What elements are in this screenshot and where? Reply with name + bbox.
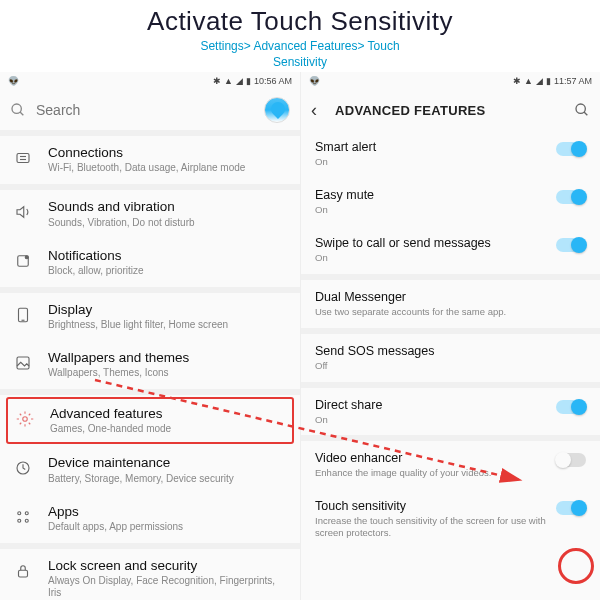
row-notifications[interactable]: NotificationsBlock, allow, prioritize [0, 239, 300, 287]
svg-point-0 [12, 104, 21, 113]
page-title: Activate Touch Sensitivity [0, 6, 600, 37]
row-connections[interactable]: ConnectionsWi-Fi, Bluetooth, Data usage,… [0, 136, 300, 184]
svg-point-7 [25, 255, 28, 258]
notifications-icon [12, 250, 34, 272]
signal-icon: ◢ [236, 76, 243, 86]
features-list: Smart alertOn Easy muteOn Swipe to call … [301, 130, 600, 549]
svg-rect-10 [17, 357, 29, 369]
advanced-icon [14, 408, 36, 430]
screen-title: ADVANCED FEATURES [335, 103, 574, 118]
svg-point-16 [25, 519, 28, 522]
svg-point-14 [25, 511, 28, 514]
toggle-video-enhancer[interactable] [556, 453, 586, 467]
phone-advanced-features: 👽 ✱ ▲ ◢ ▮ 11:57 AM ‹ ADVANCED FEATURES S… [300, 72, 600, 600]
wifi-icon: ▲ [524, 76, 533, 86]
avatar[interactable] [264, 97, 290, 123]
apps-icon [12, 506, 34, 528]
maintenance-icon [12, 457, 34, 479]
reddit-icon: 👽 [8, 76, 19, 86]
status-bar: 👽 ✱ ▲ ◢ ▮ 10:56 AM [0, 72, 300, 90]
search-bar[interactable] [0, 90, 300, 130]
row-dual-messenger[interactable]: Dual MessengerUse two separate accounts … [301, 280, 600, 328]
toggle-touch-sensitivity[interactable] [556, 501, 586, 515]
svg-line-1 [20, 112, 23, 115]
row-apps[interactable]: AppsDefault apps, App permissions [0, 495, 300, 543]
svg-point-18 [576, 104, 585, 113]
back-button[interactable]: ‹ [311, 100, 331, 121]
bluetooth-icon: ✱ [213, 76, 221, 86]
display-icon [12, 304, 34, 326]
battery-icon: ▮ [546, 76, 551, 86]
row-device-maintenance[interactable]: Device maintenanceBattery, Storage, Memo… [0, 446, 300, 494]
battery-icon: ▮ [246, 76, 251, 86]
row-easy-mute[interactable]: Easy muteOn [301, 178, 600, 226]
signal-icon: ◢ [536, 76, 543, 86]
breadcrumb: Settings> Advanced Features> Touch Sensi… [0, 39, 600, 70]
row-sounds[interactable]: Sounds and vibrationSounds, Vibration, D… [0, 190, 300, 238]
connections-icon [12, 147, 34, 169]
search-icon[interactable] [574, 102, 590, 118]
row-send-sos[interactable]: Send SOS messagesOff [301, 334, 600, 382]
row-display[interactable]: DisplayBrightness, Blue light filter, Ho… [0, 293, 300, 341]
toggle-swipe-call[interactable] [556, 238, 586, 252]
status-time: 11:57 AM [554, 76, 592, 86]
phone-settings: 👽 ✱ ▲ ◢ ▮ 10:56 AM ConnectionsWi-Fi, Blu… [0, 72, 300, 600]
settings-list: ConnectionsWi-Fi, Bluetooth, Data usage,… [0, 136, 300, 600]
row-lock-screen[interactable]: Lock screen and securityAlways On Displa… [0, 549, 300, 600]
svg-line-19 [584, 112, 587, 115]
svg-rect-17 [19, 570, 28, 577]
svg-rect-2 [17, 154, 29, 163]
row-touch-sensitivity[interactable]: Touch sensitivityIncrease the touch sens… [301, 489, 600, 549]
wifi-icon: ▲ [224, 76, 233, 86]
svg-point-13 [18, 511, 21, 514]
search-icon [10, 102, 26, 118]
toggle-smart-alert[interactable] [556, 142, 586, 156]
lock-icon [12, 560, 34, 582]
annotation-circle [558, 548, 594, 584]
tutorial-header: Activate Touch Sensitivity Settings> Adv… [0, 0, 600, 72]
svg-marker-5 [17, 207, 24, 218]
reddit-icon: 👽 [309, 76, 320, 86]
svg-point-15 [18, 519, 21, 522]
status-bar: 👽 ✱ ▲ ◢ ▮ 11:57 AM [301, 72, 600, 90]
row-swipe-call[interactable]: Swipe to call or send messagesOn [301, 226, 600, 274]
row-video-enhancer[interactable]: Video enhancerEnhance the image quality … [301, 441, 600, 489]
toggle-easy-mute[interactable] [556, 190, 586, 204]
row-wallpapers[interactable]: Wallpapers and themesWallpapers, Themes,… [0, 341, 300, 389]
row-advanced-features[interactable]: Advanced featuresGames, One-handed mode [6, 397, 294, 444]
toggle-direct-share[interactable] [556, 400, 586, 414]
wallpaper-icon [12, 352, 34, 374]
svg-point-11 [23, 417, 28, 422]
sound-icon [12, 201, 34, 223]
search-input[interactable] [36, 102, 264, 118]
row-smart-alert[interactable]: Smart alertOn [301, 130, 600, 178]
row-direct-share[interactable]: Direct shareOn [301, 388, 600, 436]
bluetooth-icon: ✱ [513, 76, 521, 86]
status-time: 10:56 AM [254, 76, 292, 86]
screen-header: ‹ ADVANCED FEATURES [301, 90, 600, 130]
